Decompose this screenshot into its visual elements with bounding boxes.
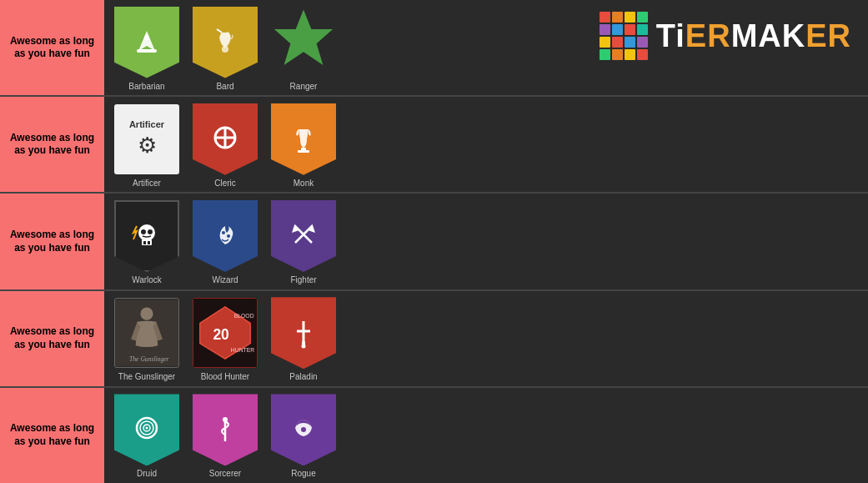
svg-point-30 <box>302 345 306 349</box>
svg-text:The Gunslinger: The Gunslinger <box>129 355 169 363</box>
item-gunslinger[interactable]: The Gunslinger The Gunslinger <box>109 295 184 381</box>
svg-text:20: 20 <box>213 326 229 343</box>
barbarian-icon <box>130 26 163 59</box>
item-artificer[interactable]: Artificer ⚙ Artificer <box>109 102 184 188</box>
druid-icon <box>130 413 163 446</box>
svg-line-2 <box>217 29 222 33</box>
svg-rect-12 <box>142 239 152 245</box>
tier-row-2: Awesome as long as you have fun Artifice… <box>0 97 868 194</box>
sorcerer-icon <box>208 413 242 446</box>
svg-point-14 <box>148 229 153 234</box>
monk-icon <box>287 123 320 156</box>
tiermaker-logo: TiERMAKER <box>600 12 851 60</box>
svg-point-17 <box>222 231 225 234</box>
barbarian-label: Barbarian <box>128 82 164 91</box>
bard-label: Bard <box>216 82 233 91</box>
svg-point-34 <box>146 427 148 430</box>
warlock-label: Warlock <box>132 275 162 284</box>
svg-text:♫: ♫ <box>225 30 230 38</box>
svg-point-11 <box>138 224 155 241</box>
wizard-icon <box>208 219 242 253</box>
item-warlock[interactable]: Warlock <box>109 199 184 284</box>
ranger-label: Ranger <box>290 82 318 91</box>
gunslinger-label: The Gunslinger <box>118 372 175 381</box>
gear-icon: ⚙ <box>138 133 157 158</box>
svg-point-3 <box>222 46 228 53</box>
monk-label: Monk <box>294 179 314 188</box>
svg-text:HUNTER: HUNTER <box>231 348 254 354</box>
svg-rect-15 <box>143 241 146 244</box>
tier-label-5: Awesome as long as you have fun <box>0 388 104 483</box>
bloodhunter-label: Blood Hunter <box>201 372 249 381</box>
cleric-icon <box>208 123 242 156</box>
tier-row-3: Awesome as long as you have fun <box>0 194 868 290</box>
tier-row-4: Awesome as long as you have fun <box>0 291 868 388</box>
svg-text:♪: ♪ <box>230 32 234 41</box>
logo-grid <box>600 12 648 60</box>
item-bard[interactable]: ♪ ♫ Bard <box>188 5 263 91</box>
artificer-text: Artificer <box>129 119 164 129</box>
tier-label-2: Awesome as long as you have fun <box>0 97 104 192</box>
item-cleric[interactable]: Cleric <box>188 102 263 188</box>
svg-point-1 <box>144 35 149 40</box>
svg-point-20 <box>140 308 153 320</box>
gunslinger-icon: The Gunslinger <box>115 298 178 368</box>
svg-point-37 <box>301 427 306 432</box>
paladin-label: Paladin <box>289 372 317 381</box>
tier-items-4: The Gunslinger The Gunslinger <box>104 291 868 386</box>
svg-rect-10 <box>298 150 309 153</box>
rogue-label: Rogue <box>291 469 315 478</box>
druid-label: Druid <box>137 469 157 478</box>
fighter-label: Fighter <box>290 275 316 284</box>
bloodhunter-icon: 20 BLOOD HUNTER <box>193 298 257 368</box>
item-ranger[interactable]: Ranger <box>266 5 341 91</box>
fighter-icon <box>287 219 320 253</box>
sorcerer-label: Sorcerer <box>209 469 241 478</box>
bard-icon: ♪ ♫ <box>208 26 242 59</box>
item-rogue[interactable]: Rogue <box>266 392 341 478</box>
svg-text:BLOOD: BLOOD <box>234 314 254 319</box>
tier-label-4: Awesome as long as you have fun <box>0 291 104 386</box>
warlock-icon <box>130 219 163 253</box>
tier-items-2: Artificer ⚙ Artificer <box>104 97 868 192</box>
wizard-label: Wizard <box>212 275 238 284</box>
artificer-label: Artificer <box>133 179 161 188</box>
tier-row-5: Awesome as long as you have fun <box>0 388 868 483</box>
item-sorcerer[interactable]: Sorcerer <box>188 392 263 478</box>
item-wizard[interactable]: Wizard <box>188 199 263 284</box>
rogue-icon <box>287 413 320 446</box>
tier-list: Awesome as long as you have fun Bar <box>0 0 868 483</box>
svg-point-18 <box>227 234 230 238</box>
svg-rect-16 <box>148 241 150 244</box>
item-monk[interactable]: Monk <box>266 102 341 188</box>
tier-items-3: Warlock <box>104 194 868 289</box>
tier-items-5: Druid Sorcerer <box>104 388 868 483</box>
item-fighter[interactable]: Fighter <box>266 199 341 284</box>
item-barbarian[interactable]: Barbarian <box>109 5 184 91</box>
tier-label-1: Awesome as long as you have fun <box>0 0 104 95</box>
item-bloodhunter[interactable]: 20 BLOOD HUNTER Blood Hunter <box>188 295 263 381</box>
svg-point-36 <box>223 417 228 422</box>
paladin-icon <box>287 316 320 350</box>
item-druid[interactable]: Druid <box>109 392 184 478</box>
cleric-label: Cleric <box>214 179 236 188</box>
tier-label-3: Awesome as long as you have fun <box>0 194 104 289</box>
svg-rect-0 <box>137 49 157 53</box>
item-paladin[interactable]: Paladin <box>266 295 341 381</box>
svg-point-13 <box>141 229 146 234</box>
logo-text: TiERMAKER <box>656 20 851 52</box>
